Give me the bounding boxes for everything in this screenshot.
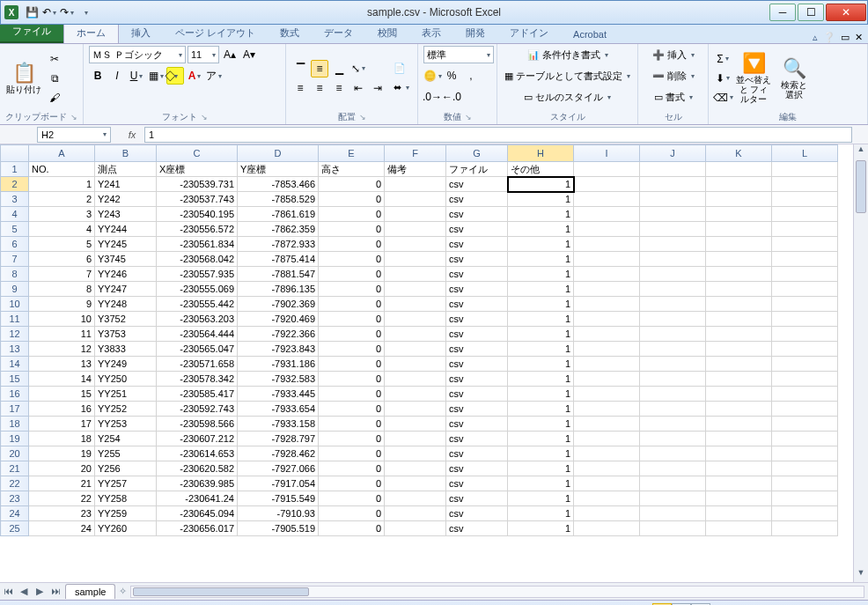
cell-G19[interactable]: csv: [446, 432, 508, 446]
sort-filter-button[interactable]: 🔽並べ替えと フィルター: [735, 49, 772, 107]
cell-I5[interactable]: [574, 222, 640, 237]
cell-C7[interactable]: -230568.042: [157, 252, 238, 267]
cell-C2[interactable]: -230539.731: [157, 177, 238, 192]
cell-D3[interactable]: -7858.529: [238, 192, 319, 207]
cell-D7[interactable]: -7875.414: [238, 252, 319, 267]
cell-H14[interactable]: 1: [508, 357, 574, 372]
tab-addin[interactable]: アドイン: [497, 23, 561, 43]
cell-I4[interactable]: [574, 207, 640, 222]
col-header-D[interactable]: D: [238, 145, 319, 162]
cell-G7[interactable]: csv: [446, 252, 508, 267]
sheet-nav-last-icon[interactable]: ⏭: [48, 586, 63, 597]
cell-F19[interactable]: [385, 432, 446, 446]
cell-J3[interactable]: [640, 192, 706, 207]
cell-F21[interactable]: [385, 461, 446, 476]
cell-F15[interactable]: [385, 372, 446, 387]
cell-A2[interactable]: 1: [29, 177, 95, 192]
cell-B18[interactable]: YY253: [95, 417, 157, 432]
cell-L24[interactable]: [772, 506, 838, 521]
cell-A11[interactable]: 10: [29, 312, 95, 327]
cell-E19[interactable]: 0: [319, 432, 385, 446]
cell-J13[interactable]: [640, 342, 706, 357]
sheet-nav-prev-icon[interactable]: ◀: [16, 586, 32, 597]
cell-B17[interactable]: YY252: [95, 402, 157, 417]
row-header-17[interactable]: 17: [1, 402, 29, 417]
cell-A18[interactable]: 17: [29, 417, 95, 432]
cell-L25[interactable]: [772, 521, 838, 536]
vertical-scrollbar[interactable]: ▲▼: [853, 144, 868, 582]
cell-K6[interactable]: [706, 237, 772, 252]
cell-I8[interactable]: [574, 267, 640, 282]
cell-C10[interactable]: -230555.442: [157, 297, 238, 312]
cell-K13[interactable]: [706, 342, 772, 357]
select-all-corner[interactable]: [1, 145, 29, 162]
cell-L10[interactable]: [772, 297, 838, 312]
cell-D22[interactable]: -7917.054: [238, 476, 319, 491]
cell-A17[interactable]: 16: [29, 402, 95, 417]
cell-F20[interactable]: [385, 446, 446, 461]
cell-L23[interactable]: [772, 491, 838, 506]
clear-icon[interactable]: ⌫▾: [714, 89, 732, 107]
cell-D13[interactable]: -7923.843: [238, 342, 319, 357]
cell-L13[interactable]: [772, 342, 838, 357]
cell-F16[interactable]: [385, 387, 446, 402]
font-launcher-icon[interactable]: ↘: [201, 113, 208, 122]
cell-H4[interactable]: 1: [508, 207, 574, 222]
cell-I3[interactable]: [574, 192, 640, 207]
cell-I10[interactable]: [574, 297, 640, 312]
cell-E21[interactable]: 0: [319, 461, 385, 476]
cell-C1[interactable]: X座標: [157, 162, 238, 177]
tab-insert[interactable]: 挿入: [119, 23, 163, 43]
cell-L15[interactable]: [772, 372, 838, 387]
cell-F23[interactable]: [385, 491, 446, 506]
cell-G21[interactable]: csv: [446, 461, 508, 476]
cell-H7[interactable]: 1: [508, 252, 574, 267]
cell-L19[interactable]: [772, 432, 838, 446]
cell-C22[interactable]: -230639.985: [157, 476, 238, 491]
cell-H9[interactable]: 1: [508, 282, 574, 297]
maximize-button[interactable]: ☐: [798, 4, 824, 21]
cell-E9[interactable]: 0: [319, 282, 385, 297]
cell-B23[interactable]: YY258: [95, 491, 157, 506]
cut-icon[interactable]: ✂: [46, 50, 63, 68]
cell-L7[interactable]: [772, 252, 838, 267]
cell-E3[interactable]: 0: [319, 192, 385, 207]
increase-font-icon[interactable]: A▴: [221, 46, 239, 63]
cell-H23[interactable]: 1: [508, 491, 574, 506]
cell-E2[interactable]: 0: [319, 177, 385, 192]
align-bottom-icon[interactable]: ▁: [330, 60, 348, 77]
row-header-3[interactable]: 3: [1, 192, 29, 207]
col-header-C[interactable]: C: [157, 145, 238, 162]
cell-F7[interactable]: [385, 252, 446, 267]
underline-icon[interactable]: U▾: [128, 67, 145, 85]
cell-E25[interactable]: 0: [319, 521, 385, 536]
window-restore-icon[interactable]: ▭: [841, 32, 850, 43]
cell-F4[interactable]: [385, 207, 446, 222]
cell-A16[interactable]: 15: [29, 387, 95, 402]
cell-A10[interactable]: 9: [29, 297, 95, 312]
cell-A19[interactable]: 18: [29, 432, 95, 446]
phonetic-icon[interactable]: ア▾: [205, 67, 223, 85]
cell-L17[interactable]: [772, 402, 838, 417]
cell-J25[interactable]: [640, 521, 706, 536]
cell-J5[interactable]: [640, 222, 706, 237]
cell-I21[interactable]: [574, 461, 640, 476]
cell-H3[interactable]: 1: [508, 192, 574, 207]
cell-K1[interactable]: [706, 162, 772, 177]
bold-icon[interactable]: B: [89, 67, 107, 85]
cell-D25[interactable]: -7905.519: [238, 521, 319, 536]
cell-F25[interactable]: [385, 521, 446, 536]
cell-K9[interactable]: [706, 282, 772, 297]
fill-color-icon[interactable]: ⃟▾: [166, 67, 184, 85]
format-cells-button[interactable]: ▭ 書式▾: [651, 88, 696, 106]
cell-F6[interactable]: [385, 237, 446, 252]
cell-E8[interactable]: 0: [319, 267, 385, 282]
row-header-14[interactable]: 14: [1, 357, 29, 372]
row-header-9[interactable]: 9: [1, 282, 29, 297]
orientation-icon[interactable]: ⤡▾: [349, 60, 367, 77]
cell-E18[interactable]: 0: [319, 417, 385, 432]
cell-I24[interactable]: [574, 506, 640, 521]
col-header-H[interactable]: H: [508, 145, 574, 162]
border-icon[interactable]: ▦▾: [147, 67, 165, 85]
cell-H20[interactable]: 1: [508, 446, 574, 461]
